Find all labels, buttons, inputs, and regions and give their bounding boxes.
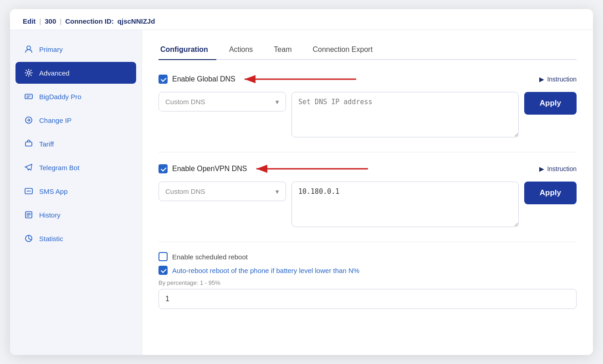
- openvpn-dns-controls: Custom DNS ▼ Apply: [158, 182, 577, 229]
- openvpn-dns-instruction[interactable]: ▶ Instruction: [539, 165, 577, 172]
- tariff-icon: [24, 139, 34, 149]
- global-dns-section: Enable Global DNS ▶ Instruction: [158, 73, 577, 139]
- sidebar-label-smsapp: SMS App: [39, 187, 68, 195]
- history-icon: [24, 210, 34, 220]
- reboot-section: Enable scheduled reboot Auto-reboot rebo…: [158, 252, 577, 309]
- sidebar-item-telegram[interactable]: Telegram Bot: [15, 157, 136, 178]
- openvpn-dns-checkbox[interactable]: [158, 164, 168, 173]
- sidebar-label-advanced: Advanced: [39, 69, 70, 77]
- global-dns-row: Enable Global DNS ▶ Instruction: [158, 73, 577, 86]
- sidebar-item-history[interactable]: History: [15, 204, 136, 226]
- scheduled-reboot-label[interactable]: Enable scheduled reboot: [172, 253, 248, 261]
- sidebar-label-changeip: Change IP: [39, 116, 72, 124]
- sidebar-item-smsapp[interactable]: SMS App: [15, 180, 136, 202]
- sidebar-label-telegram: Telegram Bot: [39, 164, 79, 172]
- tab-connection-export[interactable]: Connection Export: [311, 41, 381, 60]
- scheduled-reboot-checkbox[interactable]: [158, 252, 168, 261]
- primary-icon: [24, 44, 34, 54]
- svg-point-8: [30, 191, 31, 192]
- svg-rect-4: [26, 142, 32, 146]
- statistic-icon: [24, 233, 34, 243]
- auto-reboot-checkbox[interactable]: [158, 266, 168, 275]
- svg-point-6: [27, 191, 28, 192]
- svg-rect-2: [25, 94, 32, 99]
- global-dns-arrow: [240, 73, 358, 86]
- percentage-input[interactable]: [158, 289, 577, 309]
- openvpn-dns-input-wrap: [291, 182, 519, 229]
- sidebar-label-history: History: [39, 211, 61, 219]
- openvpn-instruction-play-icon: ▶: [539, 165, 544, 172]
- sidebar-item-primary[interactable]: Primary: [15, 38, 136, 60]
- scheduled-reboot-row: Enable scheduled reboot: [158, 252, 577, 261]
- global-dns-label[interactable]: Enable Global DNS: [172, 75, 235, 83]
- auto-reboot-label[interactable]: Auto-reboot reboot of the phone if batte…: [172, 267, 359, 274]
- instruction-play-icon: ▶: [539, 76, 544, 83]
- global-dns-instruction[interactable]: ▶ Instruction: [539, 76, 577, 83]
- global-dns-instruction-label: Instruction: [547, 76, 577, 83]
- app-window: Edit | 300 | Connection ID: qjscNNIZJd P…: [10, 9, 593, 355]
- global-dns-select-wrap: Custom DNS ▼: [158, 92, 286, 111]
- changeip-icon: [24, 115, 34, 125]
- global-dns-input-wrap: [291, 92, 519, 139]
- openvpn-dns-select[interactable]: Custom DNS: [158, 182, 286, 201]
- svg-point-0: [27, 46, 31, 50]
- section-divider-2: [158, 242, 577, 242]
- sidebar-item-changeip[interactable]: Change IP: [15, 109, 136, 131]
- breadcrumb-edit[interactable]: Edit: [23, 17, 36, 25]
- global-dns-apply-button[interactable]: Apply: [524, 92, 577, 115]
- main-area: Primary Advanced BigDaddy Pro Change IP: [10, 30, 593, 355]
- breadcrumb-sep1: |: [39, 17, 41, 25]
- openvpn-dns-label[interactable]: Enable OpenVPN DNS: [172, 165, 247, 173]
- sidebar: Primary Advanced BigDaddy Pro Change IP: [10, 30, 142, 355]
- global-dns-ip-input[interactable]: [291, 92, 519, 137]
- openvpn-dns-select-wrap: Custom DNS ▼: [158, 182, 286, 201]
- section-divider-1: [158, 152, 577, 152]
- sidebar-item-advanced[interactable]: Advanced: [15, 62, 136, 84]
- breadcrumb-number: 300: [45, 17, 56, 25]
- breadcrumb-conn-label: Connection ID:: [65, 17, 114, 25]
- sidebar-label-statistic: Statistic: [39, 235, 63, 243]
- svg-point-7: [28, 191, 29, 192]
- sidebar-item-statistic[interactable]: Statistic: [15, 228, 136, 249]
- sidebar-label-primary: Primary: [39, 46, 63, 53]
- openvpn-dns-row: Enable OpenVPN DNS ▶ Instruction: [158, 162, 577, 175]
- sidebar-item-bigdaddy[interactable]: BigDaddy Pro: [15, 86, 136, 107]
- sidebar-label-bigdaddy: BigDaddy Pro: [39, 93, 82, 101]
- smsapp-icon: [24, 186, 34, 196]
- tab-team[interactable]: Team: [272, 41, 300, 60]
- global-dns-select[interactable]: Custom DNS: [158, 92, 286, 111]
- openvpn-dns-section: Enable OpenVPN DNS ▶ Instruction: [158, 162, 577, 229]
- openvpn-dns-ip-input[interactable]: [291, 182, 519, 227]
- breadcrumb-sep2: |: [60, 17, 61, 25]
- bigdaddy-icon: [24, 91, 34, 101]
- openvpn-dns-instruction-label: Instruction: [547, 165, 577, 172]
- content-area: Configuration Actions Team Connection Ex…: [142, 30, 593, 355]
- global-dns-controls: Custom DNS ▼ Apply: [158, 92, 577, 139]
- tab-actions[interactable]: Actions: [227, 41, 261, 60]
- sidebar-item-tariff[interactable]: Tariff: [15, 133, 136, 155]
- breadcrumb-conn-id: qjscNNIZJd: [118, 17, 155, 25]
- global-dns-checkbox[interactable]: [158, 75, 168, 84]
- breadcrumb: Edit | 300 | Connection ID: qjscNNIZJd: [10, 9, 593, 30]
- tab-bar: Configuration Actions Team Connection Ex…: [158, 41, 577, 60]
- percentage-range-label: By percentage: 1 - 95%: [158, 279, 577, 286]
- sidebar-label-tariff: Tariff: [39, 140, 54, 148]
- advanced-icon: [24, 68, 34, 78]
- openvpn-dns-arrow: [252, 162, 370, 175]
- openvpn-dns-apply-button[interactable]: Apply: [524, 182, 577, 204]
- tab-configuration[interactable]: Configuration: [158, 41, 216, 60]
- telegram-icon: [24, 162, 34, 172]
- auto-reboot-row: Auto-reboot reboot of the phone if batte…: [158, 266, 577, 275]
- svg-point-1: [27, 71, 30, 74]
